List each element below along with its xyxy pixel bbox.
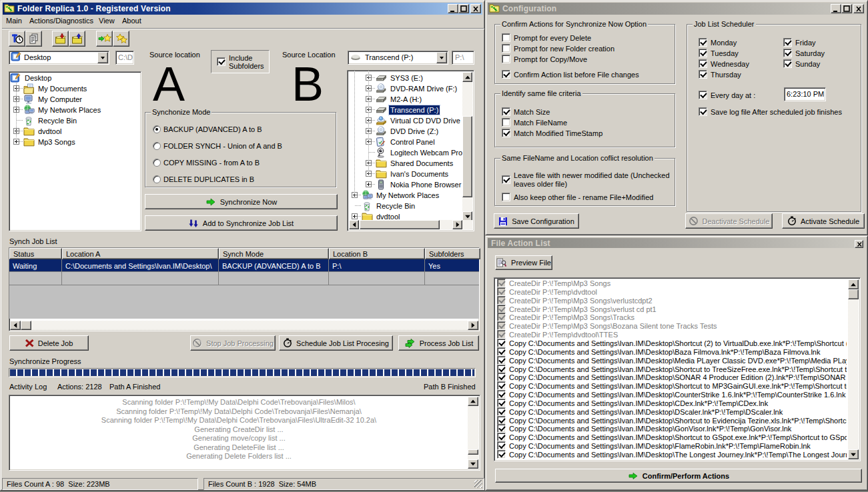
toolbar-button-favorites[interactable] xyxy=(113,31,129,47)
job-hthumb[interactable] xyxy=(21,321,31,330)
tree-a-item-dvdtool[interactable]: dvdtool xyxy=(9,126,141,137)
day-tuesday-checkbox[interactable] xyxy=(699,49,707,57)
toolbar-button-folder-export[interactable] xyxy=(69,31,85,47)
file-action-checkbox[interactable] xyxy=(497,356,506,365)
sync-mode-radio-3[interactable] xyxy=(153,175,161,183)
menu-view[interactable]: View xyxy=(95,15,119,27)
tree-a-item-my-documents[interactable]: My Documents xyxy=(9,83,141,94)
tree-b-vthumb[interactable] xyxy=(462,116,472,197)
job-scroll-right[interactable] xyxy=(468,321,478,330)
tree-item-label[interactable]: Transcend (P:) xyxy=(389,105,440,115)
tree-b-item-ivan-s-documents[interactable]: Ivan's Documents xyxy=(348,169,474,179)
job-column-location-a[interactable]: Location A xyxy=(62,248,219,259)
toolbar-button-schedule-timer[interactable] xyxy=(9,31,25,47)
fa-scrollbar[interactable] xyxy=(848,279,859,459)
job-table[interactable]: StatusLocation ASynch ModeLocation BSubf… xyxy=(9,247,480,331)
file-action-checkbox[interactable] xyxy=(497,373,506,381)
tree-b-item-nokia-phone-browser[interactable]: Nokia Phone Browser xyxy=(348,179,474,190)
tree-item-label[interactable]: DVD-RAM Drive (F:) xyxy=(389,84,458,93)
tree-item-label[interactable]: Ivan's Documents xyxy=(389,169,450,179)
sync-mode-radio-0[interactable] xyxy=(153,125,161,133)
leave-newer-checkbox[interactable] xyxy=(502,175,510,184)
location-a-dropdown-button[interactable] xyxy=(97,52,108,63)
file-action-row[interactable]: CreateDir P:\!Temp\Mp3 Songs\verlustcdpt… xyxy=(497,296,847,305)
log-scroll-down[interactable] xyxy=(468,459,478,469)
file-action-row[interactable]: CreateDir P:\!Temp\Mp3 Songs\Tracks xyxy=(497,313,847,321)
tree-a-item-recycle-bin[interactable]: Recycle Bin xyxy=(9,115,141,126)
preview-file-button[interactable]: Preview File xyxy=(495,255,552,270)
file-action-row[interactable]: Copy C:\Documents and Settings\Ivan.IM\D… xyxy=(497,399,847,407)
file-action-row[interactable]: Copy C:\Documents and Settings\Ivan.IM\D… xyxy=(497,347,847,356)
stop-job-button[interactable]: Stop Job Processing xyxy=(190,335,276,351)
file-action-checkbox[interactable] xyxy=(497,450,506,459)
maximize-button[interactable] xyxy=(458,4,469,13)
main-titlebar[interactable]: Folder Replica 1.0 - Registered Version xyxy=(3,3,482,15)
file-action-row[interactable]: Copy C:\Documents and Settings\Ivan.IM\D… xyxy=(497,450,847,459)
close-button[interactable] xyxy=(855,240,863,248)
path-b-field[interactable]: P:\ xyxy=(452,51,474,65)
menu-actions-diagnostics[interactable]: Actions/Diagnostics xyxy=(25,15,97,27)
confirm-option-0-checkbox[interactable] xyxy=(502,33,510,42)
file-action-checkbox[interactable] xyxy=(497,390,506,399)
job-column-status[interactable]: Status xyxy=(9,248,62,259)
file-action-row[interactable]: CreateDir P:\!Temp\Mp3 Songs xyxy=(497,279,847,287)
tree-b-hthumb[interactable] xyxy=(360,220,440,229)
tree-b-item-transcend-p-[interactable]: Transcend (P:) xyxy=(348,105,474,115)
tree-item-label[interactable]: DVD Drive (Z:) xyxy=(389,127,440,136)
file-action-list[interactable]: CreateDir P:\!Temp\Mp3 SongsCreateDir P:… xyxy=(494,277,861,461)
fa-scroll-up[interactable] xyxy=(848,279,859,289)
tree-b-item-recycle-bin[interactable]: Recycle Bin xyxy=(348,201,474,211)
also-keep-checkbox[interactable] xyxy=(502,193,510,201)
confirm-perform-button[interactable]: Confirm/Perform Actions xyxy=(495,469,862,483)
tree-item-label[interactable]: My Documents xyxy=(37,84,88,93)
file-action-checkbox[interactable] xyxy=(497,381,506,390)
maximize-button[interactable] xyxy=(841,4,852,13)
folder-tree-a[interactable]: DesktopMy DocumentsMy ComputerMy Network… xyxy=(9,71,141,231)
close-button[interactable] xyxy=(470,4,481,13)
file-action-checkbox[interactable] xyxy=(497,407,506,416)
file-action-checkbox[interactable] xyxy=(497,347,506,356)
file-action-row[interactable]: Copy C:\Documents and Settings\Ivan.IM\D… xyxy=(497,424,847,433)
tree-a-item-mp3-songs[interactable]: Mp3 Songs xyxy=(9,137,141,147)
file-action-checkbox[interactable] xyxy=(497,441,506,450)
process-job-button[interactable]: Process Job List xyxy=(398,335,479,351)
job-column-location-b[interactable]: Location B xyxy=(329,248,425,259)
file-action-checkbox[interactable] xyxy=(497,279,506,287)
menu-main[interactable]: Main xyxy=(2,15,26,27)
resize-grip[interactable] xyxy=(474,480,482,488)
tree-item-label[interactable]: Control Panel xyxy=(389,137,436,147)
tree-b-vscrollbar[interactable] xyxy=(462,72,472,221)
folder-tree-b[interactable]: SYS3 (E:)DVD-RAM Drive (F:)M2-A (H:)Tran… xyxy=(347,70,474,231)
tree-a-item-my-computer[interactable]: My Computer xyxy=(9,94,141,105)
tree-item-label[interactable]: Mp3 Songs xyxy=(37,137,77,147)
time-field[interactable]: 6:23:10 PM xyxy=(784,87,826,101)
save-configuration-button[interactable]: Save Configuration xyxy=(494,213,579,229)
file-action-row[interactable]: Copy C:\Documents and Settings\Ivan.IM\D… xyxy=(497,356,847,365)
tree-item-label[interactable]: My Network Places xyxy=(37,105,102,115)
tree-b-scroll-left[interactable] xyxy=(349,220,359,229)
close-button[interactable] xyxy=(853,4,864,13)
activate-schedule-button[interactable]: Activate Schedule xyxy=(782,213,865,229)
activity-log-box[interactable]: Scanning folder P:\!Temp\!My Data\Delphi… xyxy=(9,395,480,471)
tree-b-item-dvd-ram-drive-f-[interactable]: DVD-RAM Drive (F:) xyxy=(348,83,474,94)
tree-b-item-shared-documents[interactable]: Shared Documents xyxy=(348,158,474,169)
tree-item-label[interactable]: M2-A (H:) xyxy=(389,95,423,104)
file-action-row[interactable]: CreateDir P:\!Temp\dvdtool xyxy=(497,287,847,296)
save-log-checkbox[interactable] xyxy=(699,107,707,116)
log-scrollbar[interactable] xyxy=(468,397,478,469)
tree-item-label[interactable]: Desktop xyxy=(23,73,53,83)
identify-option-1-checkbox[interactable] xyxy=(502,118,510,127)
minimize-button[interactable] xyxy=(448,4,458,13)
tree-item-label[interactable]: SYS3 (E:) xyxy=(389,73,424,83)
tree-b-item-control-panel[interactable]: Control Panel xyxy=(348,137,474,147)
minimize-button[interactable] xyxy=(831,4,841,13)
day-thursday-checkbox[interactable] xyxy=(699,70,707,79)
tree-item-label[interactable]: dvdtool xyxy=(37,127,63,136)
day-sunday-checkbox[interactable] xyxy=(783,59,792,68)
toolbar-button-folder-import[interactable] xyxy=(52,31,69,47)
identify-option-2-checkbox[interactable] xyxy=(502,129,510,137)
day-monday-checkbox[interactable] xyxy=(699,38,707,47)
confirm-option-2-checkbox[interactable] xyxy=(502,55,510,63)
day-saturday-checkbox[interactable] xyxy=(783,49,792,57)
synchronize-now-button[interactable]: Synchronize Now xyxy=(145,194,338,209)
